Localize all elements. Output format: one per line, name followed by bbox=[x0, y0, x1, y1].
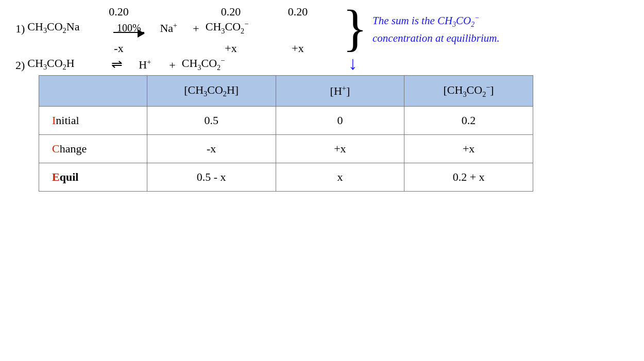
table-header-row: [CH3CO2H] [H+] [CH3CO2−] bbox=[39, 76, 533, 107]
initial-label: Initial bbox=[39, 106, 147, 134]
table-row-change: Change -x +x +x bbox=[39, 134, 533, 163]
brace-and-label: } The sum is the CH3CO2−concentration at… bbox=[343, 5, 500, 54]
reaction2-arrow: ⇌ bbox=[111, 56, 123, 72]
table-row-equil: Equil 0.5 - x x 0.2 + x bbox=[39, 163, 533, 191]
top-val-reactant: 0.20 bbox=[76, 5, 161, 19]
reaction1-plus: + bbox=[193, 22, 199, 36]
top-val-product2: 0.20 bbox=[269, 5, 326, 19]
brace-label-container: The sum is the CH3CO2−concentration at e… bbox=[372, 5, 500, 54]
reaction2-product2: CH3CO2− bbox=[182, 56, 233, 72]
header-col0 bbox=[39, 76, 147, 107]
reaction2-plus: + bbox=[169, 59, 175, 72]
reaction2-number: 2) bbox=[15, 59, 25, 72]
top-values-row: 0.20 0.20 0.20 bbox=[76, 5, 335, 19]
reaction1-number: 1) bbox=[15, 22, 25, 36]
reaction2-row: 2) CH3CO2H ⇌ H+ + CH3CO2− bbox=[15, 56, 335, 72]
change-col3: +x bbox=[404, 134, 533, 163]
reaction1-reactant: CH3CO2Na bbox=[27, 20, 107, 35]
brace-section: } The sum is the CH3CO2−concentration at… bbox=[343, 5, 500, 73]
header-col1: [CH3CO2H] bbox=[147, 76, 276, 107]
ice-table: [CH3CO2H] [H+] [CH3CO2−] Initial 0.5 0 0… bbox=[39, 75, 533, 192]
change-reactant: -x bbox=[76, 42, 161, 55]
reactions-section: 0.20 0.20 0.20 1) CH3CO2Na 100% Na+ + CH… bbox=[15, 5, 634, 73]
blue-down-arrow: ↓ bbox=[345, 54, 361, 73]
big-brace: } bbox=[343, 3, 367, 54]
equil-label: Equil bbox=[39, 163, 147, 191]
reaction1-product1: Na+ bbox=[150, 21, 187, 35]
equil-col1: 0.5 - x bbox=[147, 163, 276, 191]
equil-col2: x bbox=[276, 163, 404, 191]
brace-label: The sum is the CH3CO2−concentration at e… bbox=[372, 13, 500, 46]
reaction1-row: 1) CH3CO2Na 100% Na+ + CH3CO2− bbox=[15, 20, 335, 36]
top-val-product1: 0.20 bbox=[208, 5, 254, 19]
header-col2: [H+] bbox=[276, 76, 404, 107]
equations-left: 0.20 0.20 0.20 1) CH3CO2Na 100% Na+ + CH… bbox=[15, 5, 335, 72]
change-product2: +x bbox=[269, 42, 326, 55]
initial-col2: 0 bbox=[276, 106, 404, 134]
main-container: 0.20 0.20 0.20 1) CH3CO2Na 100% Na+ + CH… bbox=[15, 5, 634, 192]
change-col2: +x bbox=[276, 134, 404, 163]
reaction2-product1: H+ bbox=[127, 58, 163, 72]
reaction1-arrow bbox=[110, 35, 147, 36]
reaction1-arrow-line bbox=[113, 32, 144, 33]
initial-col3: 0.2 bbox=[404, 106, 533, 134]
change-col1: -x bbox=[147, 134, 276, 163]
initial-col1: 0.5 bbox=[147, 106, 276, 134]
header-col3: [CH3CO2−] bbox=[404, 76, 533, 107]
change-product1: +x bbox=[208, 42, 254, 55]
table-row-initial: Initial 0.5 0 0.2 bbox=[39, 106, 533, 134]
change-label: Change bbox=[39, 134, 147, 163]
change-labels-row: -x +x +x bbox=[76, 42, 335, 55]
reaction1-product2: CH3CO2− bbox=[206, 20, 257, 36]
equil-col3: 0.2 + x bbox=[404, 163, 533, 191]
reaction1-arrow-container: 100% bbox=[110, 22, 147, 36]
reaction2-reactant: CH3CO2H bbox=[27, 57, 107, 72]
